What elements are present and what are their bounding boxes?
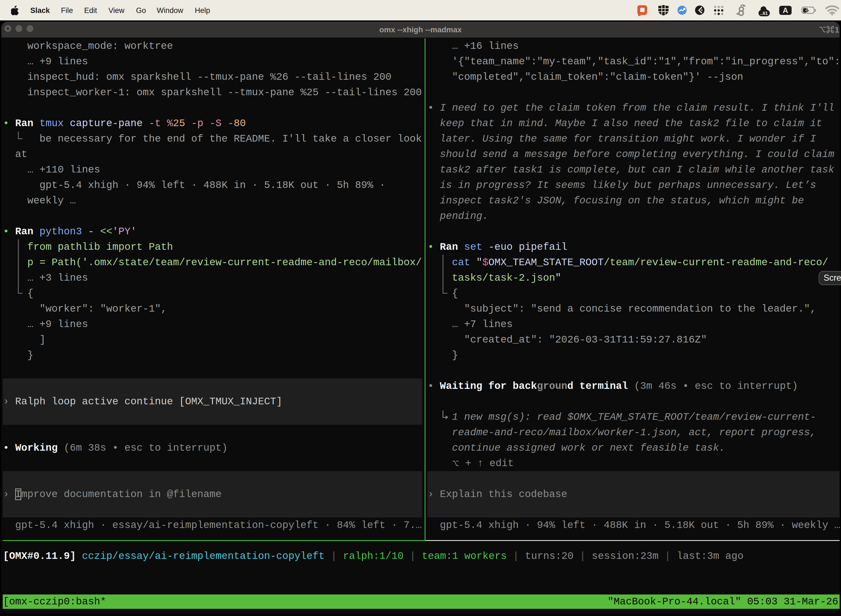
svg-text:..61: ..61 bbox=[760, 11, 768, 16]
